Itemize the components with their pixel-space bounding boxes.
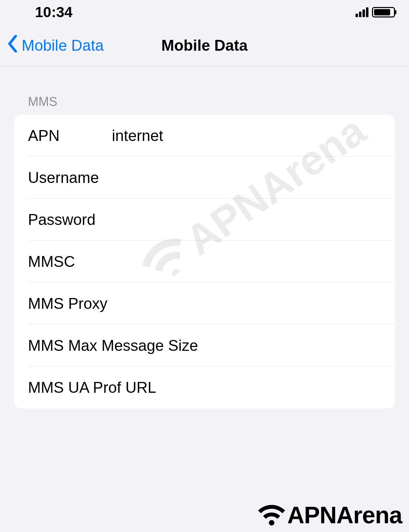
mms-max-label: MMS Max Message Size <box>28 337 381 354</box>
chevron-left-icon <box>7 35 18 56</box>
back-button[interactable]: Mobile Data <box>0 35 104 56</box>
mmsc-label: MMSC <box>28 253 112 270</box>
mms-max-row[interactable]: MMS Max Message Size <box>14 325 395 367</box>
apn-row[interactable]: APN <box>14 115 395 157</box>
cellular-signal-icon <box>356 7 368 17</box>
apn-label: APN <box>28 127 112 144</box>
footer-logo-text: APNArena <box>287 501 402 529</box>
content-area: MMS APN Username Password MMSC MMS Proxy… <box>0 66 409 409</box>
wifi-icon <box>256 502 287 528</box>
battery-icon <box>372 7 395 17</box>
mms-ua-label: MMS UA Prof URL <box>28 379 381 396</box>
username-row[interactable]: Username <box>14 157 395 199</box>
footer-logo: APNArena <box>256 501 402 529</box>
mms-settings-group: APN Username Password MMSC MMS Proxy MMS… <box>14 115 395 409</box>
section-header-mms: MMS <box>14 94 395 115</box>
status-time: 10:34 <box>35 4 72 21</box>
mmsc-field[interactable] <box>112 253 381 270</box>
page-title: Mobile Data <box>162 37 248 54</box>
mms-ua-row[interactable]: MMS UA Prof URL <box>14 367 395 409</box>
password-field[interactable] <box>112 211 381 228</box>
password-label: Password <box>28 211 112 228</box>
status-indicators <box>356 7 395 17</box>
svg-point-0 <box>269 520 274 526</box>
mmsc-row[interactable]: MMSC <box>14 241 395 283</box>
password-row[interactable]: Password <box>14 199 395 241</box>
mms-proxy-row[interactable]: MMS Proxy <box>14 283 395 325</box>
apn-field[interactable] <box>112 127 381 144</box>
username-field[interactable] <box>112 169 381 186</box>
status-bar: 10:34 <box>0 0 409 24</box>
back-button-label: Mobile Data <box>22 37 104 54</box>
mms-proxy-label: MMS Proxy <box>28 295 381 312</box>
username-label: Username <box>28 169 112 186</box>
navigation-bar: Mobile Data Mobile Data <box>0 24 409 66</box>
